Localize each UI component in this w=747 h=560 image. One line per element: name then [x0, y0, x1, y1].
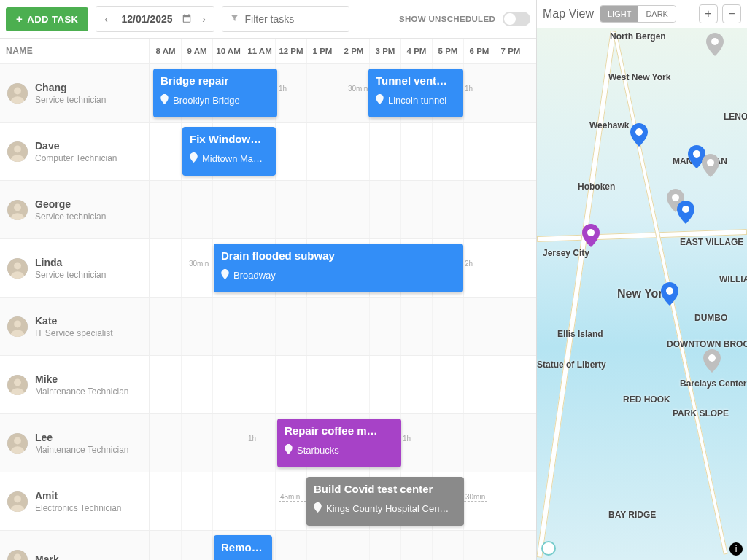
travel-time: 1h [401, 443, 430, 444]
svg-point-29 [587, 229, 595, 236]
map-marker[interactable] [661, 282, 678, 306]
person-row[interactable]: LeeMaintenance Technician [0, 414, 149, 472]
avatar [7, 550, 28, 561]
task-title: Remo… [221, 541, 265, 553]
svg-point-30 [666, 287, 673, 295]
map-label: BAY RIDGE [608, 510, 656, 520]
svg-point-3 [14, 145, 21, 152]
travel-time: 30min [464, 501, 487, 502]
filter-input[interactable] [245, 13, 341, 25]
location-pin-icon [221, 269, 229, 281]
avatar [7, 433, 28, 454]
svg-point-15 [14, 495, 21, 502]
timeline-row[interactable]: Fix Window…Midtown Ma… [150, 122, 536, 181]
info-icon[interactable]: i [729, 542, 743, 556]
time-header: 8 AM9 AM10 AM11 AM12 PM1 PM2 PM3 PM4 PM5… [150, 39, 536, 64]
map-label: Barclays Center [680, 378, 746, 389]
task-card[interactable]: Build Covid test centerKings County Hosp… [306, 477, 464, 526]
date-value: 12/01/2025 [115, 13, 178, 25]
person-row[interactable]: GeorgeService technician [0, 181, 149, 239]
task-card[interactable]: Fix Window…Midtown Ma… [182, 127, 276, 176]
avatar [7, 83, 28, 104]
filter-box[interactable] [222, 6, 349, 32]
next-date-button[interactable]: › [195, 7, 214, 31]
person-row[interactable]: LindaService technician [0, 239, 149, 298]
map-marker[interactable] [582, 224, 600, 247]
time-slot: 9 AM [181, 39, 212, 63]
map-label: DUMBO [694, 313, 727, 323]
location-pin-icon [160, 94, 169, 106]
task-card[interactable]: Tunnel vent…Lincoln tunnel [368, 69, 463, 117]
person-row[interactable]: Mark [0, 531, 149, 560]
avatar [7, 200, 28, 220]
prev-date-button[interactable]: ‹ [96, 7, 115, 31]
person-name: Mark [35, 553, 59, 561]
timeline-row[interactable] [150, 356, 536, 414]
person-row[interactable]: MikeMaintenance Technician [0, 356, 149, 414]
person-name: Lee [35, 432, 129, 443]
map-canvas[interactable]: i North BergenWest New YorkWeehawkMANHAT… [537, 28, 747, 560]
map-label: RED HOOK [623, 394, 670, 405]
travel-time: 1h [247, 443, 277, 444]
person-name: Chang [35, 82, 106, 93]
map-label: Jersey City [543, 248, 589, 258]
timeline-row[interactable]: 45minBuild Covid test centerKings County… [150, 472, 536, 531]
map-marker[interactable] [677, 201, 694, 224]
task-card[interactable]: Drain flooded subwayBroadway [214, 244, 463, 292]
timeline-row[interactable]: 1hRepair coffee m…Starbucks1h [150, 414, 536, 472]
task-title: Drain flooded subway [221, 249, 456, 262]
task-location: Starbucks [285, 444, 394, 456]
add-task-label: ADD TASK [27, 14, 78, 25]
svg-point-24 [635, 128, 643, 136]
map-marker[interactable] [706, 33, 724, 56]
task-card[interactable]: Bridge repairBrooklyn Bridge [153, 69, 277, 117]
timeline-row[interactable]: 30minDrain flooded subwayBroadway2h [150, 239, 536, 298]
task-title: Bridge repair [160, 74, 270, 87]
travel-time: 1h [277, 93, 306, 94]
calendar-icon[interactable] [179, 13, 195, 26]
travel-time: 1h [463, 93, 492, 94]
task-card[interactable]: Remo… [214, 535, 272, 560]
person-row[interactable]: DaveComputer Technician [0, 122, 149, 181]
map-light-button[interactable]: LIGHT [600, 6, 638, 22]
timeline-row[interactable]: Bridge repairBrooklyn Bridge1h30minTunne… [150, 64, 536, 122]
avatar [7, 258, 28, 279]
map-dark-button[interactable]: DARK [638, 6, 676, 22]
map-label: PARK SLOPE [673, 408, 729, 419]
person-row[interactable]: ChangService technician [0, 64, 149, 122]
zoom-out-button[interactable]: − [722, 4, 741, 23]
unscheduled-toggle[interactable] [503, 12, 530, 26]
task-card[interactable]: Repair coffee m…Starbucks [277, 419, 401, 467]
task-title: Repair coffee m… [285, 424, 394, 437]
person-name: Linda [35, 257, 106, 268]
zoom-in-button[interactable]: + [699, 4, 718, 23]
map-marker[interactable] [630, 123, 648, 147]
task-location: Kings County Hospital Cen… [314, 502, 457, 515]
task-location: Midtown Ma… [190, 152, 268, 165]
person-row[interactable]: KateIT Service specialist [0, 298, 149, 356]
map-label: EAST VILLAGE [680, 237, 743, 247]
timeline-row[interactable]: Remo… [150, 531, 536, 560]
svg-point-7 [14, 262, 21, 269]
location-pin-icon [190, 152, 198, 165]
person-role: IT Service specialist [35, 328, 112, 338]
svg-point-11 [14, 378, 21, 386]
map-attribution-icon[interactable] [541, 541, 556, 556]
svg-point-25 [693, 150, 700, 158]
map-marker[interactable] [703, 349, 721, 373]
map-label: Ellis Island [557, 329, 603, 339]
svg-point-5 [14, 203, 21, 211]
add-task-button[interactable]: + ADD TASK [6, 7, 88, 31]
person-role: Service technician [35, 95, 106, 105]
person-row[interactable]: AmitElectronics Technician [0, 472, 149, 531]
map-marker[interactable] [702, 154, 719, 177]
person-role: Service technician [35, 211, 106, 222]
timeline-row[interactable] [150, 181, 536, 239]
time-slot: 11 AM [244, 39, 275, 63]
time-slot: 1 PM [306, 39, 338, 63]
task-title: Build Covid test center [314, 483, 457, 495]
map-header: Map View LIGHT DARK + − [537, 0, 747, 28]
person-role: Maintenance Technician [35, 386, 129, 397]
date-picker[interactable]: ‹ 12/01/2025 › [96, 6, 214, 32]
timeline-row[interactable] [150, 298, 536, 356]
